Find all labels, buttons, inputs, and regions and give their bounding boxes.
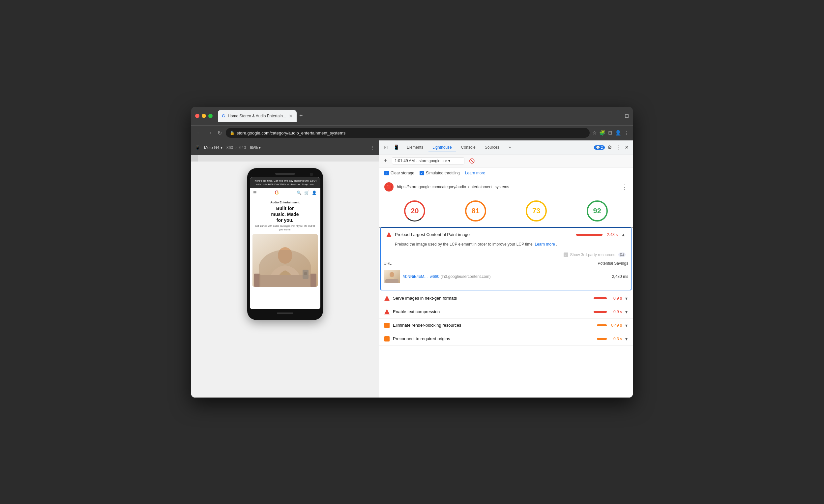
devtools-tab-bar: ⊡ 📱 Elements Lighthouse Console Sources … [379,140,633,155]
devtools-panel: ⊡ 📱 Elements Lighthouse Console Sources … [379,140,633,398]
audit-collapse-button[interactable]: ▲ [621,232,626,237]
value-2: 0.49 s [609,323,622,328]
phone-banner: There's still time. Get free two-day shi… [250,177,320,188]
seo-score[interactable]: 92 [587,200,608,221]
zoom-selector[interactable]: 65% ▾ [250,145,261,150]
settings-icon[interactable]: ⚙ [606,143,613,152]
audit-item-header-2[interactable]: Eliminate render-blocking resources 0.49… [379,319,633,332]
tab-console[interactable]: Console [457,143,480,152]
active-tab[interactable]: G Home Stereo & Audio Entertain... ✕ [218,110,297,122]
throttling-checkbox[interactable] [420,171,424,175]
resource-thumbnail [384,270,400,283]
url-text: store.google.com/category/audio_entertai… [237,130,345,135]
bar-2 [597,324,607,326]
cast-icon[interactable]: ⊟ [608,130,612,136]
device-mode-icon[interactable]: 📱 [391,142,401,152]
tab-close-button[interactable]: ✕ [289,113,293,119]
accessibility-score[interactable]: 81 [465,200,486,221]
session-host: store.google.cor [419,159,447,163]
bookmark-icon[interactable]: ☆ [592,130,597,136]
audit-item-header-0[interactable]: Serve images in next-gen formats 0.9 s ▾ [379,292,633,305]
viewport-content: There's still time. Get free two-day shi… [191,162,379,398]
close-button[interactable] [195,114,199,118]
throttling-option[interactable]: Simulated throttling [420,171,460,175]
clear-storage-label: Clear storage [391,171,414,175]
svg-rect-0 [252,234,318,287]
phone-home-bar [277,312,293,314]
tab-elements[interactable]: Elements [403,143,427,152]
issues-badge[interactable]: 💬 2 [594,145,605,149]
main-content: 📱 Moto G4 ▾ 360 × 640 65% ▾ ⋮ [191,140,633,398]
cast-icon[interactable]: ⊡ [625,113,629,119]
session-dropdown-icon: ▾ [448,159,450,163]
svg-rect-2 [257,275,313,287]
extension-icon[interactable]: 🧩 [599,130,606,136]
phone-menu-icon: ☰ [253,191,257,195]
tab-bar: G Home Stereo & Audio Entertain... ✕ + [218,110,622,122]
chevron-1[interactable]: ▾ [625,309,628,314]
audit-warning-icon [386,232,392,237]
svg-point-1 [278,247,292,264]
add-session-button[interactable]: + [382,157,389,165]
phone-camera [310,173,313,176]
traffic-lights [195,114,213,118]
forward-button[interactable]: → [206,128,214,137]
device-name: Moto G4 [204,145,219,150]
device-selector[interactable]: Moto G4 ▾ [204,145,222,150]
expanded-audit-header[interactable]: Preload Largest Contentful Paint image 2… [381,228,631,241]
chevron-3[interactable]: ▾ [625,336,628,341]
phone-subtext: Get started with audio packages that fit… [252,224,318,231]
close-devtools-button[interactable]: ✕ [623,143,630,152]
toolbar-more-icon[interactable]: ⋮ [371,145,375,150]
reload-button[interactable]: ↻ [216,128,223,137]
audit-item-header-1[interactable]: Enable text compression 0.9 s ▾ [379,305,633,318]
audit-table: URL Potential Savings [381,260,631,286]
devtools-more-icon[interactable]: ⋮ [614,143,622,152]
audit-learn-more-link[interactable]: Learn more [535,242,555,246]
value-0: 0.9 s [609,296,622,301]
clear-storage-option[interactable]: Clear storage [384,171,414,175]
url-bar[interactable]: 🔒 store.google.com/category/audio_entert… [226,128,590,138]
metric-bar-2: 0.49 s [597,323,622,328]
maximize-button[interactable] [208,114,213,118]
third-party-checkbox-input[interactable] [563,253,568,257]
minimize-button[interactable] [202,114,206,118]
savings-cell: 2,430 ms [571,267,631,286]
profile-icon[interactable]: 👤 [615,130,621,136]
audit-title-0: Serve images in next-gen formats [393,296,590,301]
chevron-0[interactable]: ▾ [625,296,628,301]
phone-mockup: There's still time. Get free two-day shi… [247,168,323,320]
clear-session-button[interactable]: 🚫 [467,157,477,165]
learn-more-link[interactable]: Learn more [465,171,485,175]
phone-speaker [275,173,295,175]
height-value: 640 [239,145,246,150]
audit-menu-button[interactable]: ⋮ [622,183,628,191]
third-party-checkbox[interactable]: Show 3rd-party resources (1) [563,253,626,257]
menu-icon[interactable]: ⋮ [624,130,629,136]
tab-more-button[interactable]: » [505,143,515,152]
throttling-label: Simulated throttling [426,171,460,175]
chevron-2[interactable]: ▾ [625,323,628,328]
width-value: 360 [226,145,233,150]
lighthouse-logo: 🔴 [384,182,394,192]
clear-storage-checkbox[interactable] [384,171,389,175]
audit-icon-1 [384,309,390,314]
performance-score[interactable]: 20 [404,200,425,221]
metric-value: 2.43 s [605,232,618,237]
audit-item-header-3[interactable]: Preconnect to required origins 0.3 s ▾ [379,332,633,345]
bar-0 [594,297,607,299]
tab-lighthouse[interactable]: Lighthouse [428,143,456,152]
tab-favicon: G [222,113,225,118]
session-selector[interactable]: 1:01:49 AM - store.google.cor ▾ [392,157,465,165]
best-practices-score[interactable]: 73 [526,200,547,221]
inspect-tool-icon[interactable]: ⊡ [382,142,390,152]
phone-screen: There's still time. Get free two-day shi… [250,177,320,309]
tab-sources[interactable]: Sources [481,143,503,152]
phone-category: Audio Entertainment [252,201,318,204]
resource-url[interactable]: /rbNNiE4oM...=w680 [403,274,439,279]
new-tab-button[interactable]: + [298,111,304,121]
phone-hero: Audio Entertainment Built for music. Mad… [250,198,320,290]
back-button[interactable]: ← [195,128,203,137]
address-actions: ☆ 🧩 ⊟ 👤 ⋮ [592,130,629,136]
expanded-audit-title: Preload Largest Contentful Paint image [395,232,573,237]
